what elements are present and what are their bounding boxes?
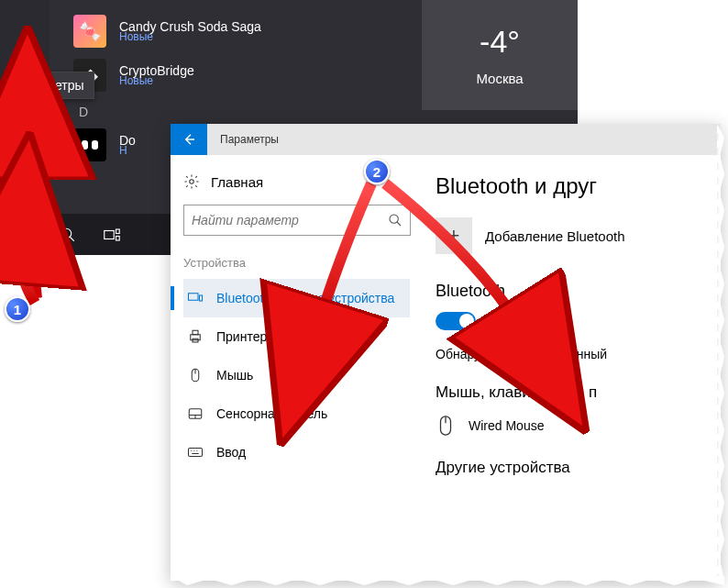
svg-rect-19 — [193, 330, 198, 335]
svg-rect-7 — [25, 227, 32, 234]
bluetooth-toggle[interactable] — [436, 312, 476, 330]
svg-rect-8 — [16, 236, 23, 243]
sidebar-item-touchpad[interactable]: Сенсорная панель — [183, 394, 410, 433]
settings-search-box[interactable] — [183, 205, 411, 236]
svg-point-0 — [17, 41, 33, 58]
svg-rect-4 — [82, 140, 88, 150]
svg-point-15 — [390, 215, 398, 223]
mouse-icon — [436, 413, 456, 438]
device-name: Wired Mouse — [469, 418, 544, 433]
sidebar-item-label: Сенсорная панель — [216, 406, 327, 421]
sidebar-item-printers[interactable]: Принтеры и сканеры — [183, 317, 410, 356]
mouse-kbd-heading: Мышь, клавиатура и п — [436, 383, 721, 402]
arrow-left-icon — [182, 132, 196, 147]
add-device-row[interactable]: + Добавление Bluetooth — [436, 217, 721, 254]
svg-rect-11 — [105, 230, 115, 239]
back-button[interactable] — [171, 124, 207, 155]
settings-search-input[interactable] — [192, 213, 380, 227]
svg-rect-6 — [16, 227, 23, 234]
windows-icon — [16, 227, 32, 243]
sidebar-item-bluetooth[interactable]: Bluetooth и другие устройства — [183, 279, 410, 317]
sidebar-item-label: Принтеры и сканеры — [216, 329, 340, 344]
settings-rail-button[interactable] — [0, 169, 50, 213]
bluetooth-toggle-state: Вкл. — [489, 314, 516, 329]
search-icon — [388, 213, 403, 227]
taskview-icon — [104, 227, 120, 243]
torn-edge-bottom — [171, 576, 724, 585]
settings-content: Bluetooth и друг + Добавление Bluetooth … — [423, 155, 721, 581]
discoverable-text: Обнаруживаемое на данный — [436, 347, 721, 361]
other-devices-heading: Другие устройства — [436, 459, 721, 477]
taskview-button[interactable] — [90, 214, 134, 255]
weather-temp: -4° — [480, 24, 520, 60]
weather-tile[interactable]: -4° Москва — [422, 0, 578, 110]
app-cryptobridge[interactable]: ◆ CryptoBridge Новые — [73, 53, 422, 97]
svg-rect-17 — [200, 295, 203, 301]
annotation-badge-1: 1 — [5, 296, 30, 322]
svg-point-10 — [61, 228, 72, 239]
app-sublabel: Новые — [119, 74, 194, 87]
settings-window: Параметры Главная Устройства Bluetooth и… — [171, 124, 721, 581]
account-button[interactable] — [0, 28, 50, 72]
app-sublabel: Н — [119, 144, 136, 157]
mouse-icon — [187, 367, 204, 383]
sidebar-item-mouse[interactable]: Мышь — [183, 356, 410, 394]
app-icon-candycrush: 🍬 — [73, 15, 106, 48]
gear-icon — [15, 181, 35, 201]
bluetooth-section-label: Bluetooth — [436, 282, 721, 301]
torn-edge-right — [717, 124, 724, 581]
plus-icon: + — [436, 217, 472, 254]
search-icon — [60, 227, 76, 243]
app-sublabel: Новые — [119, 30, 261, 43]
sidebar-item-label: Ввод — [216, 445, 246, 460]
settings-tooltip: Параметры — [6, 72, 94, 99]
weather-city: Москва — [476, 71, 523, 86]
keyboard-icon — [187, 444, 204, 460]
letter-header-d[interactable]: D — [79, 105, 422, 119]
svg-rect-23 — [189, 449, 203, 457]
printer-icon — [187, 328, 204, 345]
touchpad-icon — [187, 405, 204, 422]
device-wired-mouse[interactable]: Wired Mouse — [436, 413, 721, 438]
svg-point-1 — [22, 188, 28, 194]
svg-rect-9 — [25, 236, 32, 243]
svg-rect-16 — [189, 294, 199, 301]
app-candy-crush[interactable]: 🍬 Candy Crush Soda Saga Новые — [73, 9, 422, 53]
add-device-label: Добавление Bluetooth — [485, 228, 625, 244]
sidebar-item-label: Мышь — [216, 368, 253, 383]
page-heading: Bluetooth и друг — [436, 173, 721, 199]
svg-rect-13 — [116, 236, 120, 240]
devices-icon — [187, 290, 204, 306]
sidebar-group-title: Устройства — [183, 256, 410, 270]
sidebar-item-input[interactable]: Ввод — [183, 433, 410, 472]
gear-icon — [183, 173, 200, 190]
search-taskbar-button[interactable] — [46, 214, 90, 255]
window-title: Параметры — [220, 133, 279, 146]
annotation-badge-2: 2 — [364, 159, 390, 184]
svg-point-14 — [190, 180, 194, 184]
sidebar-item-label: Bluetooth и другие устройства — [216, 291, 394, 305]
settings-titlebar: Параметры — [171, 124, 721, 155]
svg-rect-18 — [191, 335, 201, 340]
svg-rect-5 — [92, 140, 98, 150]
sidebar-home-label: Главная — [211, 174, 263, 190]
settings-sidebar: Главная Устройства Bluetooth и другие ус… — [171, 155, 423, 581]
app-icon-dolby — [73, 128, 106, 161]
start-button[interactable] — [2, 214, 46, 255]
svg-rect-12 — [116, 229, 120, 234]
